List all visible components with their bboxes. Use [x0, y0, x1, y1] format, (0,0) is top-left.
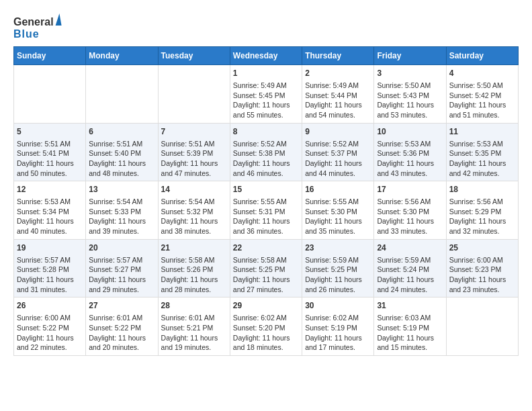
calendar-cell: 16Sunrise: 5:55 AMSunset: 5:30 PMDayligh…: [302, 181, 374, 240]
calendar-cell: 22Sunrise: 5:58 AMSunset: 5:25 PMDayligh…: [230, 239, 302, 298]
calendar-cell: 28Sunrise: 6:01 AMSunset: 5:21 PMDayligh…: [158, 298, 230, 356]
cell-info: Sunset: 5:28 PM: [17, 265, 83, 275]
cell-info: Sunrise: 6:00 AM: [17, 313, 83, 323]
cell-info: Sunrise: 5:50 AM: [377, 81, 443, 91]
cell-info: and 42 minutes.: [449, 169, 515, 179]
cell-info: Sunrise: 6:02 AM: [305, 313, 371, 323]
cell-info: Sunset: 5:43 PM: [377, 91, 443, 101]
cell-info: Daylight: 11 hours: [233, 275, 299, 285]
header-thursday: Thursday: [302, 47, 374, 65]
cell-info: Daylight: 11 hours: [377, 158, 443, 169]
cell-info: Sunrise: 5:59 AM: [377, 255, 443, 265]
cell-info: Daylight: 11 hours: [89, 333, 154, 343]
cell-info: Daylight: 11 hours: [305, 333, 371, 343]
cell-info: and 28 minutes.: [161, 285, 227, 295]
day-number: 1: [233, 68, 299, 79]
header-sunday: Sunday: [14, 47, 86, 65]
calendar-header-row: SundayMondayTuesdayWednesdayThursdayFrid…: [14, 47, 519, 65]
calendar-cell: 11Sunrise: 5:53 AMSunset: 5:35 PMDayligh…: [446, 123, 518, 181]
header-saturday: Saturday: [446, 47, 518, 65]
calendar-cell: 31Sunrise: 6:03 AMSunset: 5:19 PMDayligh…: [374, 298, 446, 356]
day-number: 8: [233, 126, 299, 138]
cell-info: and 55 minutes.: [233, 110, 299, 120]
cell-info: Sunset: 5:44 PM: [305, 91, 371, 101]
cell-info: Daylight: 11 hours: [233, 333, 299, 343]
cell-info: Daylight: 11 hours: [305, 158, 371, 169]
calendar-cell: 9Sunrise: 5:52 AMSunset: 5:37 PMDaylight…: [302, 123, 374, 181]
cell-info: Daylight: 11 hours: [161, 333, 227, 343]
day-number: 9: [305, 126, 371, 138]
cell-info: Sunrise: 5:58 AM: [161, 255, 227, 265]
day-number: 27: [89, 300, 154, 312]
cell-info: Sunset: 5:23 PM: [449, 265, 515, 275]
calendar-cell: 24Sunrise: 5:59 AMSunset: 5:24 PMDayligh…: [374, 239, 446, 298]
cell-info: Daylight: 11 hours: [449, 275, 515, 285]
cell-info: and 50 minutes.: [17, 169, 83, 179]
cell-info: Sunset: 5:38 PM: [233, 148, 299, 158]
calendar-cell: 8Sunrise: 5:52 AMSunset: 5:38 PMDaylight…: [230, 123, 302, 181]
calendar-week-row: 5Sunrise: 5:51 AMSunset: 5:41 PMDaylight…: [14, 123, 519, 181]
day-number: 5: [17, 126, 83, 138]
calendar-cell: 29Sunrise: 6:02 AMSunset: 5:20 PMDayligh…: [230, 298, 302, 356]
cell-info: Sunset: 5:42 PM: [449, 91, 515, 101]
day-number: 2: [305, 68, 371, 79]
calendar-cell: 13Sunrise: 5:54 AMSunset: 5:33 PMDayligh…: [86, 181, 158, 240]
day-number: 30: [305, 300, 371, 312]
day-number: 26: [17, 300, 83, 312]
cell-info: Sunrise: 5:55 AM: [305, 197, 371, 207]
cell-info: Sunset: 5:34 PM: [17, 207, 83, 217]
cell-info: Daylight: 11 hours: [89, 275, 154, 285]
cell-info: Sunrise: 5:54 AM: [89, 197, 154, 207]
calendar-cell: 21Sunrise: 5:58 AMSunset: 5:26 PMDayligh…: [158, 239, 230, 298]
cell-info: Daylight: 11 hours: [161, 216, 227, 226]
cell-info: and 46 minutes.: [233, 169, 299, 179]
cell-info: Daylight: 11 hours: [449, 158, 515, 169]
calendar-cell: 17Sunrise: 5:56 AMSunset: 5:30 PMDayligh…: [374, 181, 446, 240]
day-number: 25: [449, 242, 515, 254]
cell-info: Daylight: 11 hours: [377, 333, 443, 343]
cell-info: and 27 minutes.: [233, 285, 299, 295]
cell-info: Sunrise: 6:01 AM: [89, 313, 154, 323]
calendar-cell: 5Sunrise: 5:51 AMSunset: 5:41 PMDaylight…: [14, 123, 86, 181]
cell-info: and 53 minutes.: [377, 110, 443, 120]
cell-info: and 39 minutes.: [89, 226, 154, 236]
calendar-cell: 14Sunrise: 5:54 AMSunset: 5:32 PMDayligh…: [158, 181, 230, 240]
calendar-cell: [14, 65, 86, 124]
day-number: 22: [233, 242, 299, 254]
calendar-cell: 23Sunrise: 5:59 AMSunset: 5:25 PMDayligh…: [302, 239, 374, 298]
cell-info: Sunrise: 5:53 AM: [449, 139, 515, 149]
day-number: 21: [161, 242, 227, 254]
cell-info: and 31 minutes.: [17, 285, 83, 295]
cell-info: and 15 minutes.: [377, 342, 443, 353]
cell-info: Daylight: 11 hours: [449, 100, 515, 110]
cell-info: Daylight: 11 hours: [233, 158, 299, 169]
cell-info: Sunset: 5:30 PM: [377, 207, 443, 217]
cell-info: and 20 minutes.: [89, 342, 154, 353]
cell-info: Sunset: 5:22 PM: [17, 323, 83, 333]
cell-info: Sunrise: 5:49 AM: [233, 81, 299, 91]
day-number: 7: [161, 126, 227, 138]
calendar-cell: 1Sunrise: 5:49 AMSunset: 5:45 PMDaylight…: [230, 65, 302, 124]
calendar-cell: 4Sunrise: 5:50 AMSunset: 5:42 PMDaylight…: [446, 65, 518, 124]
cell-info: Sunrise: 5:52 AM: [305, 139, 371, 149]
cell-info: and 18 minutes.: [233, 342, 299, 353]
logo: General Blue: [13, 13, 60, 40]
cell-info: Sunrise: 5:51 AM: [89, 139, 154, 149]
calendar-week-row: 12Sunrise: 5:53 AMSunset: 5:34 PMDayligh…: [14, 181, 519, 240]
cell-info: and 32 minutes.: [449, 226, 515, 236]
cell-info: and 43 minutes.: [377, 169, 443, 179]
cell-info: Sunset: 5:45 PM: [233, 91, 299, 101]
day-number: 15: [233, 184, 299, 195]
day-number: 6: [89, 126, 154, 138]
cell-info: Sunrise: 6:01 AM: [161, 313, 227, 323]
cell-info: Sunrise: 5:51 AM: [161, 139, 227, 149]
calendar-cell: [158, 65, 230, 124]
cell-info: Daylight: 11 hours: [233, 100, 299, 110]
cell-info: and 36 minutes.: [233, 226, 299, 236]
cell-info: Sunset: 5:26 PM: [161, 265, 227, 275]
cell-info: Sunrise: 5:57 AM: [89, 255, 154, 265]
cell-info: and 44 minutes.: [305, 169, 371, 179]
cell-info: Sunrise: 5:59 AM: [305, 255, 371, 265]
cell-info: and 47 minutes.: [161, 169, 227, 179]
cell-info: Sunset: 5:40 PM: [89, 148, 154, 158]
